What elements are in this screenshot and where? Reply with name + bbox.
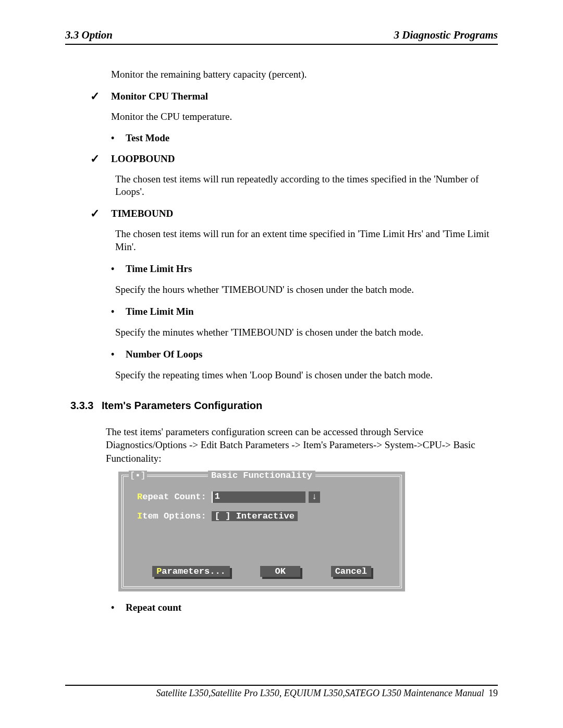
check-icon: ✓ — [90, 91, 111, 102]
time-hrs-desc: Specify the hours whether 'TIMEBOUND' is… — [115, 283, 498, 297]
check-icon: ✓ — [90, 153, 111, 165]
section-para: The test items' parameters configuration… — [106, 425, 498, 465]
section-title: Item's Parameters Configuration — [102, 400, 262, 411]
bullet-repeat-count: • Repeat count — [111, 602, 498, 614]
bullet-label: Time Limit Min — [126, 306, 194, 317]
bullet-label: Test Mode — [126, 132, 169, 144]
bullet-label: Time Limit Hrs — [126, 263, 192, 275]
check-label: TIMEBOUND — [111, 208, 173, 219]
page-number: 19 — [488, 688, 498, 698]
page-header: 3.3 Option 3 Diagnostic Programs — [65, 29, 498, 45]
repeat-count-row: Repeat Count: 1 ↓ — [137, 491, 386, 503]
check-loopbound: ✓ LOOPBOUND — [90, 153, 498, 165]
dos-frame: [▪] Basic Functionality Repeat Count: 1 … — [121, 475, 402, 588]
bullet-icon: • — [111, 349, 126, 361]
repeat-count-label: Repeat Count: — [137, 492, 212, 502]
interactive-checkbox[interactable]: [ ] Interactive — [212, 511, 298, 521]
bullet-icon: • — [111, 306, 126, 318]
time-min-desc: Specify the minutes whether 'TIMEBOUND' … — [115, 326, 498, 339]
bullet-icon: • — [111, 602, 126, 614]
ok-button[interactable]: OK — [260, 566, 300, 577]
dos-dialog: [▪] Basic Functionality Repeat Count: 1 … — [118, 472, 405, 591]
section-number: 3.3.3 — [70, 400, 93, 411]
bullet-label: Number Of Loops — [126, 349, 202, 360]
bullet-time-hrs: • Time Limit Hrs — [111, 263, 498, 275]
check-label: Monitor CPU Thermal — [111, 91, 208, 102]
bullet-icon: • — [111, 132, 126, 144]
bullet-label: Repeat count — [126, 602, 181, 613]
num-loops-desc: Specify the repeating times when 'Loop B… — [115, 369, 498, 382]
loopbound-desc: The chosen test items will run repeatedl… — [115, 173, 498, 199]
check-cpu-thermal: ✓ Monitor CPU Thermal — [90, 91, 498, 102]
dos-buttons: Parameters... OK Cancel — [124, 566, 400, 577]
header-right: 3 Diagnostic Programs — [394, 29, 498, 42]
parameters-button[interactable]: Parameters... — [152, 566, 230, 577]
intro-text: Monitor the remaining battery capacity (… — [111, 68, 498, 81]
bullet-icon: • — [111, 263, 126, 275]
footer-text: Satellite L350,Satellite Pro L350, EQUIU… — [156, 688, 484, 698]
dropdown-arrow-icon[interactable]: ↓ — [309, 491, 320, 503]
check-label: LOOPBOUND — [111, 153, 175, 165]
bullet-num-loops: • Number Of Loops — [111, 349, 498, 361]
timebound-desc: The chosen test items will run for an ex… — [115, 228, 498, 253]
check-timebound: ✓ TIMEBOUND — [90, 208, 498, 219]
header-left: 3.3 Option — [65, 29, 113, 42]
item-options-row: Item Options: [ ] Interactive — [137, 511, 386, 521]
bullet-time-min: • Time Limit Min — [111, 306, 498, 318]
item-options-label: Item Options: — [137, 511, 212, 521]
dos-body: Repeat Count: 1 ↓ Item Options: [ ] Inte… — [124, 477, 400, 521]
content: Monitor the remaining battery capacity (… — [65, 45, 498, 614]
page: 3.3 Option 3 Diagnostic Programs Monitor… — [0, 0, 563, 728]
repeat-count-input[interactable]: 1 — [212, 491, 305, 503]
section-heading: 3.3.3 Item's Parameters Configuration — [70, 400, 498, 412]
bullet-test-mode: • Test Mode — [111, 132, 498, 144]
page-footer: Satellite L350,Satellite Pro L350, EQUIU… — [65, 685, 498, 699]
check-icon: ✓ — [90, 208, 111, 219]
cancel-button[interactable]: Cancel — [331, 566, 371, 577]
cpu-thermal-desc: Monitor the CPU temperature. — [111, 110, 498, 124]
dos-title: Basic Functionality — [124, 471, 400, 480]
